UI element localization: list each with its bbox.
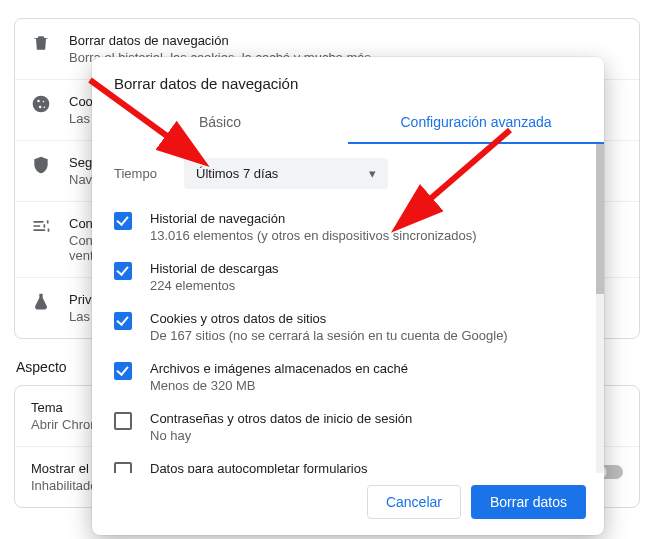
item-browsing-history: Historial de navegación 13.016 elementos…: [114, 211, 578, 243]
checkbox-browsing-history[interactable]: [114, 212, 132, 230]
chevron-down-icon: ▾: [369, 166, 376, 181]
item-title: Datos para autocompletar formularios: [150, 461, 368, 473]
dialog-title: Borrar datos de navegación: [92, 57, 604, 104]
dialog-tabs: Básico Configuración avanzada: [92, 104, 604, 144]
trash-icon: [31, 33, 51, 53]
checkbox-autofill[interactable]: [114, 462, 132, 473]
cookie-icon: [31, 94, 51, 114]
scrollbar-thumb[interactable]: [596, 144, 604, 294]
item-download-history: Historial de descargas 224 elementos: [114, 261, 578, 293]
tab-advanced[interactable]: Configuración avanzada: [348, 104, 604, 144]
checkbox-cache[interactable]: [114, 362, 132, 380]
time-range-row: Tiempo Últimos 7 días ▾: [114, 158, 578, 189]
item-sub: 224 elementos: [150, 278, 279, 293]
dialog-scroll-area: Tiempo Últimos 7 días ▾ Historial de nav…: [92, 144, 596, 473]
checkbox-cookies[interactable]: [114, 312, 132, 330]
item-title: Historial de navegación: [150, 211, 477, 226]
time-range-select[interactable]: Últimos 7 días ▾: [184, 158, 388, 189]
item-title: Contraseñas y otros datos de inicio de s…: [150, 411, 412, 426]
item-sub: 13.016 elementos (y otros en dispositivo…: [150, 228, 477, 243]
cancel-button[interactable]: Cancelar: [367, 485, 461, 519]
time-range-value: Últimos 7 días: [196, 166, 278, 181]
item-cookies: Cookies y otros datos de sitios De 167 s…: [114, 311, 578, 343]
item-passwords: Contraseñas y otros datos de inicio de s…: [114, 411, 578, 443]
item-cache: Archivos e imágenes almacenados en caché…: [114, 361, 578, 393]
clear-data-button[interactable]: Borrar datos: [471, 485, 586, 519]
checkbox-passwords[interactable]: [114, 412, 132, 430]
bg-row-title: Borrar datos de navegación: [69, 33, 623, 48]
item-sub: No hay: [150, 428, 412, 443]
dialog-body: Tiempo Últimos 7 días ▾ Historial de nav…: [92, 144, 604, 473]
dialog-footer: Cancelar Borrar datos: [92, 473, 604, 535]
item-autofill: Datos para autocompletar formularios: [114, 461, 578, 473]
flask-icon: [31, 292, 51, 312]
time-range-label: Tiempo: [114, 166, 170, 181]
item-sub: De 167 sitios (no se cerrará la sesión e…: [150, 328, 508, 343]
checkbox-download-history[interactable]: [114, 262, 132, 280]
item-title: Historial de descargas: [150, 261, 279, 276]
shield-icon: [31, 155, 51, 175]
item-title: Cookies y otros datos de sitios: [150, 311, 508, 326]
clear-browsing-data-dialog: Borrar datos de navegación Básico Config…: [92, 57, 604, 535]
item-title: Archivos e imágenes almacenados en caché: [150, 361, 408, 376]
sliders-icon: [31, 216, 51, 236]
item-sub: Menos de 320 MB: [150, 378, 408, 393]
tab-basic[interactable]: Básico: [92, 104, 348, 144]
